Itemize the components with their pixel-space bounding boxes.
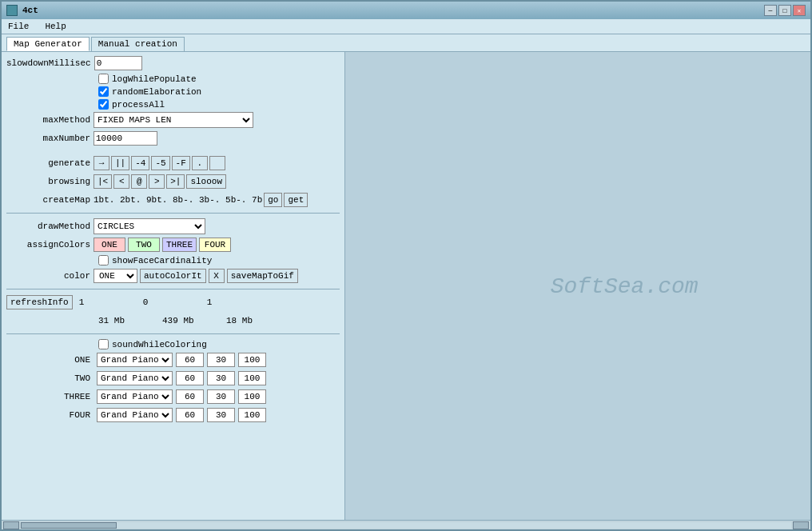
left-panel: slowdownMillisec logWhilePopulate random… (2, 52, 345, 520)
instrument-three-v1[interactable] (176, 389, 204, 404)
maxnumber-label: maxNumber (6, 134, 90, 143)
window-controls: ─ □ ✕ (764, 5, 806, 16)
assign-two-btn[interactable]: TWO (128, 238, 160, 252)
drawmethod-select[interactable]: CIRCLES (94, 218, 205, 234)
menu-file[interactable]: File (5, 21, 32, 32)
main-area: slowdownMillisec logWhilePopulate random… (2, 52, 810, 520)
maxnumber-input[interactable] (94, 131, 157, 146)
generate-btn-pause[interactable]: || (111, 156, 129, 170)
assign-one-btn[interactable]: ONE (94, 238, 125, 252)
createmap-go-btn[interactable]: go (264, 193, 282, 207)
sound-row: soundWhileColoring (6, 339, 340, 349)
generate-btn-dot[interactable]: . (192, 156, 208, 170)
generate-btn-mf[interactable]: -F (172, 156, 190, 170)
menu-bar: File Help (2, 19, 810, 34)
stat1-val1: 1 (79, 297, 143, 307)
generate-btn-m5[interactable]: -5 (151, 156, 169, 170)
color-select[interactable]: ONE (94, 269, 137, 283)
scroll-right-btn[interactable] (793, 521, 809, 529)
instrument-four-v1[interactable] (176, 408, 204, 422)
instrument-two-v1[interactable] (176, 371, 204, 385)
showface-checkbox[interactable] (98, 255, 109, 266)
instrument-two-v2[interactable] (207, 371, 235, 385)
log-checkbox[interactable] (98, 74, 109, 84)
instrument-four-select[interactable]: Grand Piano (97, 408, 173, 422)
instrument-three-select[interactable]: Grand Piano (97, 389, 173, 404)
x-btn[interactable]: X (209, 269, 225, 283)
maxmethod-row: maxMethod FIXED MAPS LEN (6, 112, 340, 128)
restore-button[interactable]: □ (778, 5, 791, 16)
refreshinfo-btn[interactable]: refreshInfo (6, 295, 73, 309)
sound-checkbox[interactable] (98, 339, 109, 349)
maxmethod-select[interactable]: FIXED MAPS LEN (94, 112, 253, 128)
stat1-val2: 0 (143, 297, 207, 307)
color-row: color ONE autoColorIt X saveMapToGif (6, 268, 340, 284)
minimize-button[interactable]: ─ (764, 5, 777, 16)
tabs-row: Map Generator Manual creation (2, 34, 810, 52)
log-row: logWhilePopulate (6, 74, 340, 84)
maxnumber-row: maxNumber (6, 130, 340, 146)
instrument-one-select[interactable]: Grand Piano (97, 353, 173, 367)
instrument-four-label: FOUR (6, 410, 90, 420)
browsing-btn-at[interactable]: @ (131, 174, 147, 189)
watermark: SoftSea.com (551, 273, 699, 298)
generate-label: generate (6, 158, 90, 168)
generate-btn-play[interactable]: → (94, 156, 109, 170)
scroll-track[interactable] (21, 522, 791, 529)
instrument-three-v2[interactable] (207, 389, 235, 404)
browsing-btn-first[interactable]: |< (94, 174, 112, 189)
slowdown-label: slowdownMillisec (6, 58, 91, 68)
horizontal-scrollbar[interactable] (2, 520, 810, 529)
savemaptogif-btn[interactable]: saveMapToGif (227, 269, 298, 283)
scroll-thumb[interactable] (21, 522, 117, 529)
instrument-one-row: ONE Grand Piano (6, 352, 340, 368)
showface-row: showFaceCardinality (6, 255, 340, 266)
process-checkbox[interactable] (98, 99, 109, 110)
stat1-val3: 1 (207, 297, 271, 307)
assigncolors-label: assignColors (6, 240, 90, 250)
instrument-three-label: THREE (6, 392, 90, 401)
tab-manual-creation[interactable]: Manual creation (91, 37, 185, 51)
instrument-two-v3[interactable] (238, 371, 266, 385)
process-row: processAll (6, 99, 340, 110)
browsing-btn-prev[interactable]: < (113, 174, 129, 189)
instrument-one-v1[interactable] (176, 353, 204, 367)
window-title: 4ct (22, 6, 38, 15)
tab-map-generator[interactable]: Map Generator (6, 37, 90, 51)
assigncolors-row: assignColors ONE TWO THREE FOUR (6, 237, 340, 253)
scroll-left-btn[interactable] (3, 521, 19, 529)
browsing-btn-last[interactable]: >| (166, 174, 185, 189)
drawmethod-label: drawMethod (6, 222, 90, 231)
maxmethod-label: maxMethod (6, 115, 90, 125)
refreshinfo-row: refreshInfo 1 0 1 (6, 294, 340, 310)
generate-btn-extra[interactable] (209, 156, 225, 170)
slowdown-input[interactable] (94, 56, 142, 70)
right-panel: SoftSea.com (345, 52, 810, 520)
instrument-four-v2[interactable] (207, 408, 235, 422)
instrument-one-v2[interactable] (207, 353, 235, 367)
createmap-row: createMap 1bt. 2bt. 9bt. 8b-. 3b-. 5b-. … (6, 192, 340, 208)
browsing-btn-slow[interactable]: slooow (186, 174, 226, 189)
instruments-section: ONE Grand Piano TWO Grand Piano (6, 352, 340, 423)
random-checkbox[interactable] (98, 86, 109, 97)
app-icon (6, 5, 18, 16)
log-label: logWhilePopulate (112, 74, 197, 84)
menu-help[interactable]: Help (42, 21, 69, 32)
instrument-four-v3[interactable] (238, 408, 266, 422)
process-label: processAll (112, 100, 165, 110)
instrument-two-select[interactable]: Grand Piano (97, 371, 173, 385)
drawmethod-row: drawMethod CIRCLES (6, 218, 340, 234)
main-window: 4ct ─ □ ✕ File Help Map Generator Manual… (0, 0, 812, 531)
instrument-three-v3[interactable] (238, 389, 266, 404)
instrument-four-row: FOUR Grand Piano (6, 407, 340, 423)
autocolorit-btn[interactable]: autoColorIt (140, 269, 206, 283)
browsing-btn-next[interactable]: > (149, 174, 165, 189)
title-bar: 4ct ─ □ ✕ (2, 2, 810, 19)
close-button[interactable]: ✕ (793, 5, 806, 16)
browsing-label: browsing (6, 177, 90, 186)
assign-four-btn[interactable]: FOUR (199, 238, 231, 252)
assign-three-btn[interactable]: THREE (162, 238, 197, 252)
generate-btn-m4[interactable]: -4 (131, 156, 149, 170)
createmap-get-btn[interactable]: get (284, 193, 308, 207)
instrument-one-v3[interactable] (238, 353, 266, 367)
